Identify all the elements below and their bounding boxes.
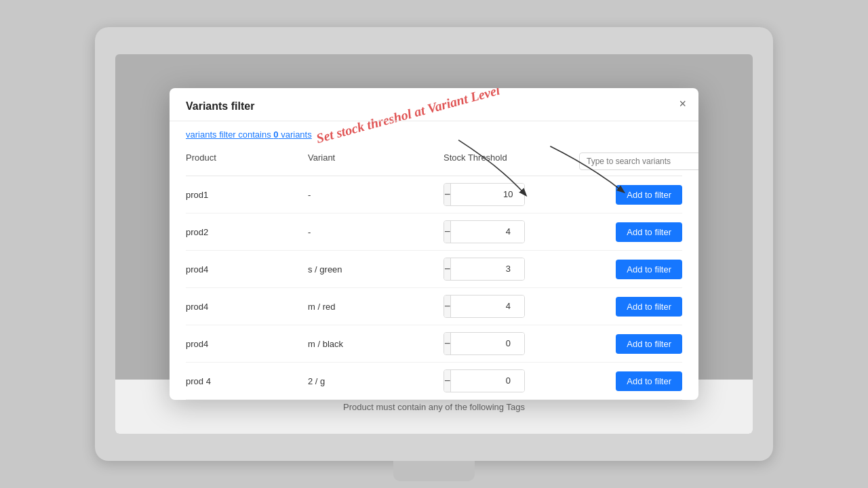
product-cell: prod2 — [186, 227, 308, 237]
variant-cell: m / black — [308, 339, 443, 349]
stepper-cell: − + — [443, 332, 579, 355]
action-cell: Add to filter — [579, 297, 682, 317]
action-cell: Add to filter — [579, 260, 682, 279]
stepper: − + — [443, 183, 525, 206]
close-button[interactable]: × — [679, 98, 686, 110]
decrement-button[interactable]: − — [444, 370, 450, 392]
product-cell: prod 4 — [186, 376, 308, 386]
product-cell: prod4 — [186, 339, 308, 349]
decrement-button[interactable]: − — [444, 221, 450, 243]
table-row: prod1 - − + Add to filter — [186, 176, 682, 214]
decrement-button[interactable]: − — [444, 258, 450, 280]
monitor-stand — [393, 461, 475, 481]
stepper: − + — [443, 220, 525, 243]
table-row: prod 4 2 / g − + Add to filter — [186, 363, 682, 400]
variant-cell: m / red — [308, 302, 443, 312]
stepper-value[interactable] — [450, 296, 525, 317]
add-to-filter-button[interactable]: Add to filter — [616, 334, 682, 354]
variant-cell: - — [308, 227, 443, 237]
col-variant-header: Variant — [308, 152, 443, 170]
variant-cell: - — [308, 190, 443, 200]
decrement-button[interactable]: − — [444, 184, 450, 205]
col-stock-header: Stock Threshold — [443, 152, 579, 170]
table-container: Product Variant Stock Threshold prod1 - — [170, 147, 698, 400]
table-row: prod4 m / black − + Add to filter — [186, 325, 682, 363]
modal-overlay: Set stock threshol at Variant Level Vari… — [115, 54, 753, 434]
modal-header: Variants filter × — [170, 88, 698, 121]
decrement-button[interactable]: − — [444, 333, 450, 354]
filter-link-suffix: variants — [279, 129, 312, 140]
stepper-cell: − + — [443, 369, 579, 392]
stepper: − + — [443, 369, 525, 392]
action-cell: Add to filter — [579, 334, 682, 354]
col-product-header: Product — [186, 152, 308, 170]
product-cell: prod4 — [186, 302, 308, 312]
add-to-filter-button[interactable]: Add to filter — [616, 371, 682, 391]
decrement-button[interactable]: − — [444, 296, 450, 317]
add-to-filter-button[interactable]: Add to filter — [616, 260, 682, 279]
add-to-filter-button[interactable]: Add to filter — [616, 185, 682, 205]
stepper-value[interactable] — [450, 184, 525, 205]
product-cell: prod4 — [186, 264, 308, 274]
add-to-filter-button[interactable]: Add to filter — [616, 222, 682, 242]
stepper-cell: − + — [443, 258, 579, 281]
col-search-header — [579, 152, 698, 170]
stepper-cell: − + — [443, 220, 579, 243]
table-row: prod4 s / green − + Add to filter — [186, 251, 682, 288]
variant-cell: 2 / g — [308, 376, 443, 386]
stepper-cell: − + — [443, 183, 579, 206]
monitor-screen: Product must contain any of the followin… — [115, 54, 753, 434]
table-row: prod2 - − + Add to filter — [186, 214, 682, 251]
stepper-value[interactable] — [450, 370, 525, 392]
add-to-filter-button[interactable]: Add to filter — [616, 297, 682, 317]
stepper-value[interactable] — [450, 258, 525, 280]
search-input[interactable] — [579, 152, 698, 170]
filter-link-prefix: variants filter contains — [186, 129, 273, 140]
monitor: Product must contain any of the followin… — [95, 27, 773, 461]
stepper: − + — [443, 295, 525, 318]
modal-dialog: Set stock threshol at Variant Level Vari… — [170, 88, 698, 400]
filter-link[interactable]: variants filter contains 0 variants — [186, 129, 312, 140]
stepper: − + — [443, 332, 525, 355]
stepper-value[interactable] — [450, 333, 525, 354]
table-header: Product Variant Stock Threshold — [186, 147, 682, 176]
action-cell: Add to filter — [579, 222, 682, 242]
filter-link-count: 0 — [273, 129, 278, 140]
stepper-value[interactable] — [450, 221, 525, 243]
modal-subheader: variants filter contains 0 variants — [170, 121, 698, 147]
action-cell: Add to filter — [579, 371, 682, 391]
action-cell: Add to filter — [579, 185, 682, 205]
variant-cell: s / green — [308, 264, 443, 274]
product-cell: prod1 — [186, 190, 308, 200]
table-row: prod4 m / red − + Add to filter — [186, 288, 682, 325]
stepper-cell: − + — [443, 295, 579, 318]
modal-title: Variants filter — [186, 100, 254, 112]
stepper: − + — [443, 258, 525, 281]
